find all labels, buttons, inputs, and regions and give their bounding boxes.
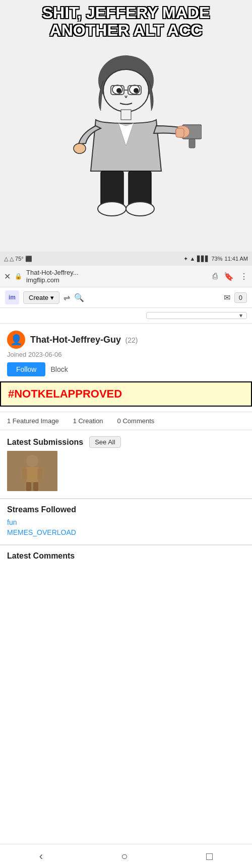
dropdown-arrow-icon: ▾	[239, 312, 242, 319]
profile-name-container: That-Hot-Jeffrey-Guy (22)	[30, 335, 138, 345]
submission-thumbnail[interactable]	[7, 451, 57, 491]
search-icon[interactable]: 🔍	[74, 293, 84, 302]
not-approved-text: #NOTKELAPPROVED	[8, 387, 244, 401]
profile-actions: Follow Block	[7, 362, 245, 376]
battery-level: 73%	[211, 256, 222, 262]
shuffle-icon[interactable]: ⇌	[64, 293, 70, 302]
notification-badge[interactable]: 0	[234, 292, 247, 303]
svg-rect-15	[176, 128, 184, 137]
featured-count: 1 Featured Image	[7, 417, 59, 425]
home-button[interactable]: ○	[111, 846, 138, 867]
profile-header: 👤 That-Hot-Jeffrey-Guy (22)	[7, 331, 245, 349]
imgflip-navbar: im Create ▾ ⇌ 🔍 ✉ 0	[0, 287, 252, 308]
svg-point-5	[134, 88, 139, 93]
create-button[interactable]: Create ▾	[23, 291, 59, 304]
comments-title: Latest Comments	[7, 551, 245, 561]
share-icon[interactable]: ⎙	[213, 272, 218, 281]
back-button[interactable]: ‹	[29, 846, 53, 867]
block-button[interactable]: Block	[50, 365, 68, 373]
status-bar-left: △ △ 75° ⬛	[4, 256, 32, 262]
svg-point-4	[116, 88, 121, 93]
browser-actions: ⎙ 🔖 ⋮	[213, 272, 248, 281]
signal-icon: ▋▋▋	[197, 256, 209, 262]
dropdown-arrow-icon: ▾	[50, 294, 54, 301]
stats-section: 1 Featured Image 1 Creation 0 Comments	[0, 412, 252, 430]
profile-section: 👤 That-Hot-Jeffrey-Guy (22) Joined 2023-…	[0, 324, 252, 376]
svg-rect-12	[189, 139, 195, 148]
status-bar-right: ✦ ▲ ▋▋▋ 73% 11:41 AM	[183, 256, 248, 262]
streams-title: Streams Followed	[7, 505, 245, 514]
character-illustration	[50, 45, 202, 236]
creations-count: 1 Creation	[73, 417, 103, 425]
submissions-grid	[0, 451, 252, 498]
bluetooth-icon: ✦	[183, 256, 188, 262]
bookmark-icon[interactable]: 🔖	[224, 272, 234, 281]
time-display: 11:41 AM	[225, 256, 248, 262]
meme-text: SHIT, JEFFERY MADE ANOTHER ALT ACC	[5, 4, 247, 39]
dropdown-container: ▾	[146, 312, 247, 319]
bottom-spacer	[0, 571, 252, 611]
domain-text: imgflip.com	[26, 276, 209, 284]
url-container[interactable]: That-Hot-Jeffrey... imgflip.com	[26, 269, 209, 284]
url-text: That-Hot-Jeffrey...	[26, 269, 209, 276]
svg-rect-9	[121, 110, 131, 120]
stream-link-fun[interactable]: fun	[7, 518, 245, 526]
wifi-icon: ▲	[190, 256, 196, 262]
see-all-button[interactable]: See All	[89, 436, 120, 448]
notification-icons: △ △ 75° ⬛	[4, 256, 32, 262]
svg-rect-27	[7, 451, 57, 491]
submissions-header: Latest Submissions See All	[0, 430, 252, 451]
browser-close-button[interactable]: ✕	[4, 272, 11, 281]
not-approved-banner: #NOTKELAPPROVED	[0, 381, 252, 407]
mail-icon[interactable]: ✉	[224, 293, 230, 302]
profile-avatar: 👤	[7, 331, 25, 349]
svg-point-10	[74, 143, 86, 153]
avatar-icon: 👤	[10, 334, 23, 346]
recent-apps-button[interactable]: □	[196, 846, 223, 867]
comments-section: Latest Comments	[0, 545, 252, 571]
more-options-icon[interactable]: ⋮	[240, 272, 248, 281]
streams-section: Streams Followed fun MEMES_OVERLOAD	[0, 499, 252, 544]
svg-point-19	[126, 202, 154, 216]
browser-bar: ✕ 🔒 That-Hot-Jeffrey... imgflip.com ⎙ 🔖 …	[0, 266, 252, 287]
sort-dropdown[interactable]: ▾	[146, 312, 247, 319]
lock-icon: 🔒	[15, 273, 22, 280]
dropdown-area: ▾	[0, 308, 252, 324]
svg-rect-17	[129, 171, 151, 206]
stream-link-memes-overload[interactable]: MEMES_OVERLOAD	[7, 528, 245, 536]
follow-button[interactable]: Follow	[7, 362, 45, 376]
imgflip-logo[interactable]: im	[5, 290, 19, 304]
meme-image: SHIT, JEFFERY MADE ANOTHER ALT ACC	[0, 0, 252, 252]
thumb-image	[7, 451, 57, 491]
svg-rect-16	[101, 171, 123, 206]
profile-points: (22)	[125, 336, 138, 344]
profile-name: That-Hot-Jeffrey-Guy	[30, 335, 121, 345]
status-bar: △ △ 75° ⬛ ✦ ▲ ▋▋▋ 73% 11:41 AM	[0, 252, 252, 266]
comments-count: 0 Comments	[117, 417, 155, 425]
join-date: Joined 2023-06-06	[7, 351, 245, 358]
svg-point-18	[98, 202, 126, 216]
bottom-nav: ‹ ○ □	[0, 844, 252, 868]
submissions-title: Latest Submissions	[7, 438, 83, 447]
thumb-inner	[7, 451, 57, 491]
